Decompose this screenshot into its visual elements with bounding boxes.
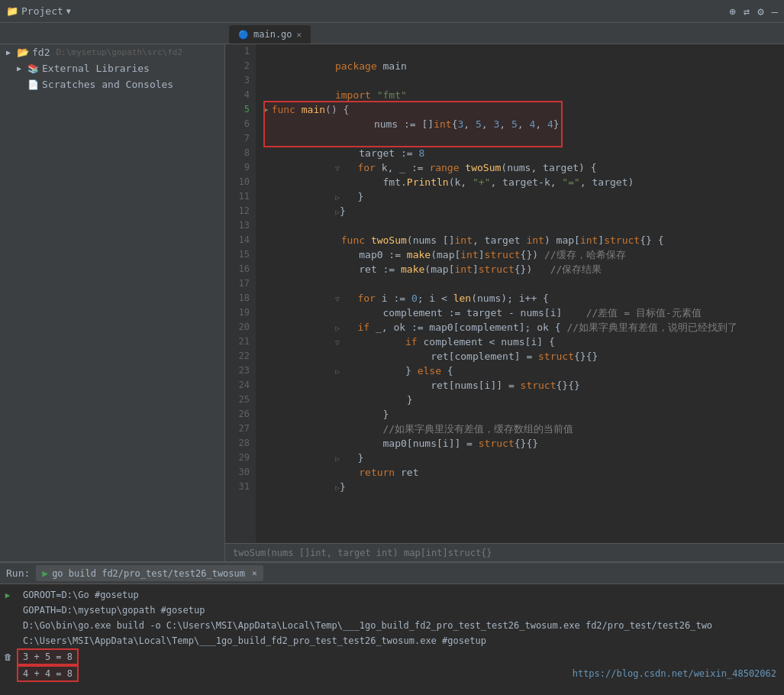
sync-icon[interactable]: ⇄	[744, 5, 750, 18]
run-line-text-exe: C:\Users\MSI\AppData\Local\Temp\___1go_b…	[15, 633, 494, 648]
run-line-output1-wrapper: 🗑 3 + 5 = 8	[0, 648, 784, 665]
ln-16: 16	[225, 262, 250, 276]
ln-25: 25	[225, 393, 250, 407]
ln-21: 21	[225, 335, 250, 349]
ln-7: 7	[225, 131, 250, 146]
ln-31: 31	[225, 480, 250, 494]
code-line-30: ▷}	[263, 465, 784, 480]
run-line-text-goroot: GOROOT=D:\Go #gosetup	[15, 587, 147, 603]
code-line-16	[263, 262, 784, 276]
tab-main-go[interactable]: 🔵 main.go ✕	[229, 25, 311, 44]
run-line-text-gopath: GOPATH=D:\mysetup\gopath #gosetup	[15, 603, 212, 618]
code-line-19: ▷ if _, ok := map0[complement]; ok { //如…	[263, 305, 784, 320]
code-line-1: package main	[263, 44, 784, 59]
run-line-gopath: GOPATH=D:\mysetup\gopath #gosetup	[0, 603, 784, 618]
run-label: Run:	[6, 567, 30, 579]
code-line-3: import "fmt"	[263, 73, 784, 88]
ln-18: 18	[225, 291, 250, 305]
sidebar: ▶ 📂 fd2 D:\mysetup\gopath\src\fd2 ▶ 📚 Ex…	[0, 44, 225, 561]
code-line-28: ▷ }	[263, 436, 784, 451]
run-tab-label: go build fd2/pro_test/test26_twosum	[52, 568, 245, 579]
code-line-26: //如果字典里没有差值，缓存数组的当前值	[263, 407, 784, 422]
ln-2: 2	[225, 59, 250, 73]
main-area: ▶ 📂 fd2 D:\mysetup\gopath\src\fd2 ▶ 📚 Ex…	[0, 44, 784, 561]
code-line-14: map0 := make(map[int]struct{}) //缓存，哈希保存	[263, 233, 784, 247]
ln-4: 4	[225, 88, 250, 102]
editor-status-text: twoSum(nums []int, target int) map[int]s…	[233, 548, 492, 558]
ln-3: 3	[225, 73, 250, 88]
settings-icon[interactable]: ⚙	[757, 5, 763, 18]
run-tab-icon: ▶	[42, 567, 48, 579]
tab-bar: 🔵 main.go ✕	[0, 23, 784, 44]
output-line-2: 4 + 4 = 8	[17, 665, 79, 682]
num4b: 4	[547, 118, 553, 130]
ln-20: 20	[225, 320, 250, 335]
run-line-exe: C:\Users\MSI\AppData\Local\Temp\___1go_b…	[0, 633, 784, 648]
ln-6: 6	[225, 117, 250, 131]
project-label[interactable]: 📁 Project ▼	[6, 5, 71, 17]
ln-1: 1	[225, 44, 250, 59]
ln-23: 23	[225, 364, 250, 378]
line-numbers: 1 2 3 4 5 6 7 8 9 10 11 12 13 14 15 16 1	[225, 44, 256, 543]
bracket-open: []	[422, 118, 434, 130]
sidebar-item-scratches[interactable]: ▶ 📄 Scratches and Consoles	[0, 76, 224, 92]
code-editor[interactable]: 1 2 3 4 5 6 7 8 9 10 11 12 13 14 15 16 1	[225, 44, 784, 561]
code-line-7: target := 8	[263, 131, 784, 146]
run-tab-close[interactable]: ✕	[252, 568, 257, 578]
run-line-text-build: D:\Go\bin\go.exe build -o C:\Users\MSI\A…	[15, 618, 720, 633]
ext-arrow-icon: ▶	[17, 64, 24, 73]
code-line-17: ▽ for i := 0; i < len(nums); i++ {	[263, 276, 784, 291]
ln-26: 26	[225, 407, 250, 422]
code-line-23: ret[nums[i]] = struct{}{}	[263, 364, 784, 378]
run-line-goroot: ▶ GOROOT=D:\Go #gosetup	[0, 587, 784, 603]
code-line-29: return ret	[263, 451, 784, 465]
toolbar-icons: ⊕ ⇄ ⚙ —	[729, 5, 778, 18]
ln-19: 19	[225, 305, 250, 320]
minimize-icon[interactable]: —	[772, 5, 778, 18]
trash-icon-1[interactable]: 🗑	[0, 652, 15, 662]
go-file-icon: 🔵	[238, 30, 249, 40]
ln-28: 28	[225, 436, 250, 451]
num5a: 5	[476, 118, 482, 130]
ln-30: 30	[225, 465, 250, 480]
code-content: 1 2 3 4 5 6 7 8 9 10 11 12 13 14 15 16 1	[225, 44, 784, 543]
sidebar-item-external-libraries[interactable]: ▶ 📚 External Libraries	[0, 60, 224, 76]
code-line-24: }	[263, 378, 784, 393]
run-line-build: D:\Go\bin\go.exe build -o C:\Users\MSI\A…	[0, 618, 784, 633]
blog-link[interactable]: https://blog.csdn.net/weixin_48502062	[573, 668, 784, 679]
code-line-27: map0[nums[i]] = struct{}{}	[263, 422, 784, 436]
sidebar-fd2-label: fd2	[32, 47, 50, 58]
code-line-15: ret := make(map[int]struct{}) //保存结果	[263, 247, 784, 262]
chevron-down-icon: ▼	[66, 7, 71, 15]
add-file-icon[interactable]: ⊕	[729, 5, 735, 18]
code-lines[interactable]: package main import "fmt" ▶func main() {	[256, 44, 784, 543]
ln-17: 17	[225, 276, 250, 291]
code-line-12	[263, 204, 784, 218]
code-line-25: }	[263, 393, 784, 407]
tab-label: main.go	[253, 29, 292, 40]
ln-9: 9	[225, 160, 250, 175]
sidebar-item-fd2[interactable]: ▶ 📂 fd2 D:\mysetup\gopath\src\fd2	[0, 44, 224, 60]
code-line-10: ▷ }	[263, 175, 784, 189]
ln-24: 24	[225, 378, 250, 393]
ln-10: 10	[225, 175, 250, 189]
ln-11: 11	[225, 189, 250, 204]
folder-icon: 📂	[17, 47, 29, 58]
code-line-21: ret[complement] = struct{}{}	[263, 335, 784, 349]
editor-area: 1 2 3 4 5 6 7 8 9 10 11 12 13 14 15 16 1	[225, 44, 784, 561]
run-start-icon: ▶	[0, 590, 15, 600]
ln-5: 5	[225, 102, 250, 117]
run-line-output2-wrapper: 4 + 4 = 8 https://blog.csdn.net/weixin_4…	[0, 665, 784, 682]
code-line-20: ▽ if complement < nums[i] {	[263, 320, 784, 335]
sidebar-ext-label: External Libraries	[42, 63, 150, 74]
run-tab[interactable]: ▶ go build fd2/pro_test/test26_twosum ✕	[36, 565, 263, 581]
output-line-1: 3 + 5 = 8	[17, 648, 79, 665]
library-icon: 📚	[27, 63, 39, 74]
bottom-content: ▶ GOROOT=D:\Go #gosetup GOPATH=D:\mysetu…	[0, 584, 784, 695]
code-line-9: fmt.Println(k, "+", target-k, "=", targe…	[263, 160, 784, 175]
tab-close-button[interactable]: ✕	[297, 30, 302, 40]
code-line-22: ▷ } else {	[263, 349, 784, 364]
ln-8: 8	[225, 146, 250, 160]
ln-15: 15	[225, 247, 250, 262]
top-toolbar: 📁 Project ▼ ⊕ ⇄ ⚙ —	[0, 0, 784, 23]
